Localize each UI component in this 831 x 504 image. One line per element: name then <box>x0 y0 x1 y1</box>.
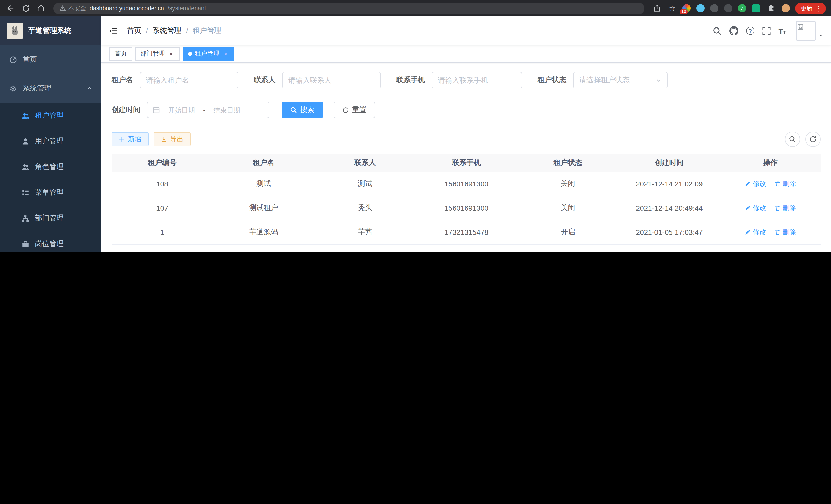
url-path: /system/tenant <box>168 5 206 11</box>
sidebar-item-dept[interactable]: 部门管理 <box>0 206 101 231</box>
reload-icon[interactable] <box>21 3 31 13</box>
address-bar[interactable]: 不安全 dashboard.yudao.iocoder.cn/system/te… <box>53 2 644 14</box>
col-status: 租户状态 <box>517 154 619 172</box>
search-icon <box>789 136 796 143</box>
breadcrumb-current: 租户管理 <box>193 26 222 35</box>
user-icon <box>22 138 29 145</box>
extension-icon-2[interactable] <box>696 4 705 12</box>
edit-button[interactable]: 修改 <box>745 203 766 213</box>
cell-tenant-id: 107 <box>112 196 213 220</box>
back-icon[interactable] <box>5 3 16 13</box>
table-row: 107 测试租户 秃头 15601691300 关闭 2021-12-14 20… <box>112 196 821 220</box>
export-button[interactable]: 导出 <box>154 132 191 146</box>
delete-button[interactable]: 删除 <box>774 179 796 188</box>
cell-phone: 15601691300 <box>416 196 517 220</box>
table-toolbar: 新增 导出 <box>112 131 821 147</box>
sidebar-item-tenant[interactable]: 租户管理 <box>0 103 101 128</box>
tenant-name-input[interactable] <box>140 72 238 88</box>
sidebar-item-label: 部门管理 <box>35 214 64 223</box>
sidebar-item-system[interactable]: 系统管理 <box>0 74 101 103</box>
browser-toolbar: 不安全 dashboard.yudao.iocoder.cn/system/te… <box>0 0 831 17</box>
reset-button[interactable]: 重置 <box>334 102 375 118</box>
user-avatar-menu[interactable] <box>796 21 823 40</box>
sidebar-item-menu[interactable]: 菜单管理 <box>0 180 101 206</box>
extensions-puzzle-icon[interactable] <box>766 3 776 13</box>
sidebar-item-label: 首页 <box>23 55 37 64</box>
search-icon[interactable] <box>713 26 721 35</box>
tab-dept[interactable]: 部门管理 <box>135 47 180 60</box>
help-icon[interactable] <box>746 27 754 35</box>
sidebar-item-home[interactable]: 首页 <box>0 45 101 74</box>
cell-actions: 修改删除 <box>720 220 821 244</box>
date-start-input[interactable] <box>163 106 200 114</box>
date-separator: - <box>203 106 205 114</box>
status-select-placeholder: 请选择租户状态 <box>579 76 630 85</box>
briefcase-icon <box>22 240 29 248</box>
chevron-up-icon <box>87 86 92 91</box>
date-range-picker[interactable]: - <box>147 102 269 118</box>
font-size-icon[interactable] <box>778 26 786 35</box>
share-icon[interactable] <box>652 3 662 13</box>
toggle-search-button[interactable] <box>785 131 800 147</box>
phone-label: 联系手机 <box>396 76 425 85</box>
search-icon <box>290 107 297 113</box>
table-header-row: 租户编号 租户名 联系人 联系手机 租户状态 创建时间 操作 <box>112 154 821 172</box>
tenant-name-label: 租户名 <box>112 76 133 85</box>
phone-input[interactable] <box>432 72 522 88</box>
active-dot <box>188 52 192 56</box>
add-button[interactable]: 新增 <box>112 132 148 146</box>
sidebar-item-post[interactable]: 岗位管理 <box>0 231 101 252</box>
sidebar-item-label: 租户管理 <box>35 111 64 120</box>
extension-badge: 10 <box>680 9 688 14</box>
create-time-label: 创建时间 <box>112 105 140 115</box>
extension-icon-4[interactable] <box>724 4 732 12</box>
breadcrumb-system[interactable]: 系统管理 <box>153 26 181 35</box>
close-icon[interactable] <box>168 50 175 57</box>
trash-icon <box>774 229 781 235</box>
refresh-table-button[interactable] <box>805 131 821 147</box>
date-end-input[interactable] <box>208 106 246 114</box>
fullscreen-icon[interactable] <box>762 26 771 35</box>
app-logo[interactable]: 芋道管理系统 <box>0 17 101 45</box>
close-icon[interactable] <box>222 50 229 57</box>
profile-avatar-icon[interactable] <box>782 4 790 12</box>
avatar <box>796 21 815 40</box>
extension-icon-3[interactable] <box>710 4 718 12</box>
breadcrumb-home[interactable]: 首页 <box>127 26 141 35</box>
extension-icon-1[interactable]: 10 <box>683 4 691 12</box>
search-button[interactable]: 搜索 <box>282 102 323 118</box>
extensions-area: 10 <box>683 3 790 13</box>
delete-button[interactable]: 删除 <box>774 228 796 237</box>
tab-tenant[interactable]: 租户管理 <box>183 47 234 60</box>
delete-button[interactable]: 删除 <box>774 203 796 213</box>
status-select[interactable]: 请选择租户状态 <box>573 72 667 88</box>
tab-label: 部门管理 <box>140 49 165 58</box>
tab-home[interactable]: 首页 <box>110 47 132 60</box>
extension-icon-6[interactable] <box>752 4 760 12</box>
security-warning[interactable]: 不安全 <box>60 4 86 12</box>
github-icon[interactable] <box>729 26 738 35</box>
sidebar-item-user[interactable]: 用户管理 <box>0 128 101 154</box>
cell-contact: 测试 <box>314 172 416 196</box>
sidebar-item-role[interactable]: 角色管理 <box>0 154 101 180</box>
extension-icon-5[interactable] <box>738 4 746 12</box>
sidebar-collapse-icon[interactable] <box>109 26 118 35</box>
col-phone: 联系手机 <box>416 154 517 172</box>
chrome-update-button[interactable]: 更新 <box>795 2 826 14</box>
col-actions: 操作 <box>720 154 821 172</box>
menu-list-icon <box>22 189 29 197</box>
tab-label: 租户管理 <box>195 49 220 58</box>
cell-contact: 秃头 <box>314 196 416 220</box>
filter-row-2: 创建时间 - 搜索 <box>112 102 821 118</box>
table-row: 108 测试 测试 15601691300 关闭 2021-12-14 21:0… <box>112 172 821 196</box>
edit-button[interactable]: 修改 <box>745 179 766 188</box>
top-navbar: 首页 / 系统管理 / 租户管理 <box>101 17 831 45</box>
cell-tenant-name: 芋道源码 <box>213 220 315 244</box>
contact-input[interactable] <box>282 72 381 88</box>
home-icon[interactable] <box>36 3 46 13</box>
bookmark-star-icon[interactable] <box>667 3 677 13</box>
sidebar-item-label: 系统管理 <box>23 84 51 93</box>
edit-button[interactable]: 修改 <box>745 228 766 237</box>
table-row: 1 芋道源码 芋艿 17321315478 开启 2021-01-05 17:0… <box>112 220 821 244</box>
contact-label: 联系人 <box>254 76 276 85</box>
